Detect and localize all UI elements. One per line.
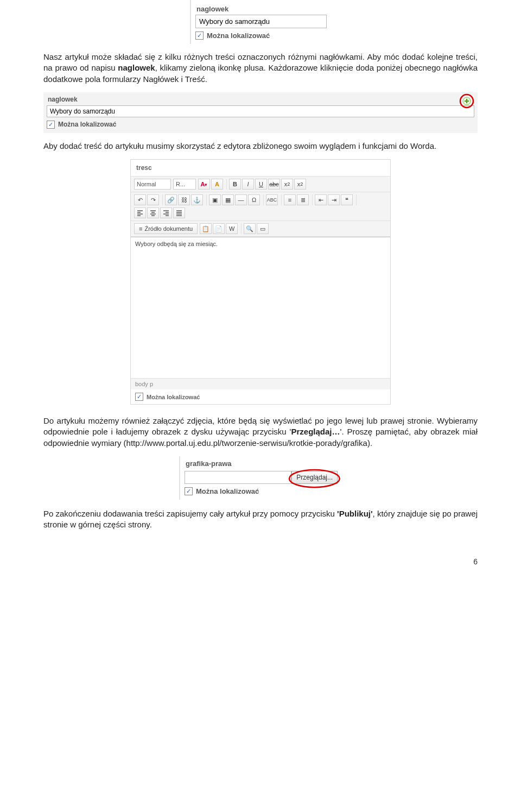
blockquote-icon[interactable]: ❝ [341, 194, 353, 205]
anchor-icon[interactable]: ⚓ [191, 194, 203, 205]
spellcheck-icon[interactable]: ABC [266, 194, 278, 205]
italic-icon[interactable]: I [242, 179, 254, 190]
unlink-icon[interactable]: ⛓ [178, 194, 190, 205]
undo-icon[interactable]: ↶ [134, 194, 146, 205]
subscript-icon[interactable]: x2 [281, 179, 293, 190]
image-icon[interactable]: ▣ [209, 194, 221, 205]
add-section-plus-icon[interactable] [459, 93, 474, 109]
paste-text-icon[interactable]: 📄 [213, 223, 225, 234]
font-dropdown[interactable]: R... [173, 179, 196, 190]
field-label-naglowek: naglowek [195, 3, 327, 15]
paragraph-1: Nasz artykuł może składać się z kilku ró… [43, 52, 478, 85]
localize-checkbox[interactable]: ✓ [195, 32, 204, 40]
editor-status-bar: body p [131, 378, 390, 389]
strike-icon[interactable]: abc [268, 179, 280, 190]
paragraph-4: Po zakończeniu dodawania treści zapisuje… [43, 508, 478, 531]
align-right-icon[interactable] [160, 207, 172, 218]
field-label-grafika: grafika-prawa [185, 458, 338, 471]
localize-checkbox[interactable]: ✓ [185, 487, 193, 495]
superscript-icon[interactable]: x2 [294, 179, 306, 190]
localize-checkbox[interactable]: ✓ [135, 393, 143, 401]
localize-label: Można lokalizować [58, 121, 116, 128]
field-label-naglowek: naglowek [47, 95, 474, 105]
localize-label: Można lokalizować [147, 394, 200, 400]
bullet-list-icon[interactable]: ≣ [297, 194, 309, 205]
align-left-icon[interactable] [134, 207, 146, 218]
font-color-icon[interactable]: A [211, 179, 223, 190]
table-icon[interactable]: ▦ [222, 194, 234, 205]
underline-icon[interactable]: U [255, 179, 267, 190]
naglowek-input-wide[interactable] [47, 105, 474, 117]
localize-checkbox[interactable]: ✓ [47, 121, 55, 129]
paragraph-format-dropdown[interactable]: Normal [134, 179, 171, 190]
outdent-icon[interactable]: ⇤ [315, 194, 327, 205]
grafika-prawa-formlet: grafika-prawa Przeglądaj... ✓ Można loka… [179, 456, 342, 500]
editor-toolbar-row3: ≡ Źródło dokumentu 📋 📄 W 🔍 ▭ [131, 221, 390, 237]
numbered-list-icon[interactable]: ≡ [284, 194, 296, 205]
page-number: 6 [43, 557, 478, 566]
special-char-icon[interactable]: Ω [248, 194, 260, 205]
editor-header: tresc [131, 160, 390, 177]
source-button[interactable]: ≡ Źródło dokumentu [134, 223, 198, 234]
paste-word-icon[interactable]: W [226, 223, 238, 234]
paste-icon[interactable]: 📋 [200, 223, 212, 234]
naglowek-input[interactable] [195, 15, 327, 28]
naglowek-formlet-small: naglowek ✓ Można lokalizować [190, 0, 331, 44]
redo-icon[interactable]: ↷ [147, 194, 159, 205]
editor-toolbar-row2: ↶ ↷ 🔗 ⛓ ⚓ ▣ ▦ — Ω ABC ≡ ≣ ⇤ [131, 192, 390, 221]
link-icon[interactable]: 🔗 [165, 194, 177, 205]
localize-label: Można lokalizować [207, 32, 270, 40]
template-icon[interactable]: ▭ [257, 223, 269, 234]
find-icon[interactable]: 🔍 [244, 223, 256, 234]
font-size-dec-icon[interactable]: A▾ [198, 179, 210, 190]
editor-toolbar-row1: Normal R... A▾ A B I U abc x2 x2 [131, 177, 390, 192]
bold-icon[interactable]: B [229, 179, 241, 190]
align-justify-icon[interactable] [173, 207, 185, 218]
rich-text-editor: tresc Normal R... A▾ A B I U abc x2 x2 ↶… [130, 159, 391, 405]
naglowek-formlet-wide: naglowek ✓ Można lokalizować [43, 92, 478, 133]
browse-button[interactable]: Przeglądaj... [291, 471, 338, 484]
file-path-input[interactable] [185, 471, 291, 484]
align-center-icon[interactable] [147, 207, 159, 218]
localize-label: Można lokalizować [196, 487, 259, 495]
indent-icon[interactable]: ⇥ [328, 194, 340, 205]
paragraph-2: Aby dodać treść do artykułu musimy skorz… [43, 141, 478, 152]
editor-content-area[interactable]: Wybory odbędą się za miesiąc. [131, 237, 390, 378]
hr-icon[interactable]: — [235, 194, 247, 205]
paragraph-3: Do artykułu możemy również załączyć zdję… [43, 416, 478, 449]
